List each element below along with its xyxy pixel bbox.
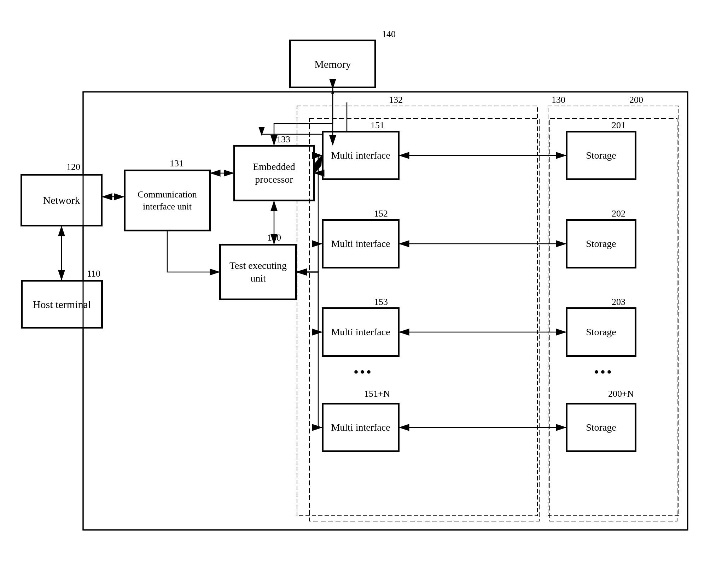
label-152: 152 — [374, 208, 388, 219]
dots-interfaces: ••• — [354, 364, 373, 380]
svg-line-7 — [262, 102, 347, 134]
label-151n: 151+N — [364, 389, 390, 399]
label-120: 120 — [66, 162, 80, 172]
storage-n-box: Storage — [566, 403, 636, 452]
host-terminal-box: Host terminal — [21, 280, 103, 329]
label-133: 133 — [276, 134, 290, 145]
multi-interface-n-box: Multi interface — [322, 403, 400, 452]
multi-interface-3-box: Multi interface — [322, 307, 400, 357]
label-130: 130 — [552, 95, 565, 105]
label-201: 201 — [612, 120, 625, 131]
memory-box: Memory — [289, 40, 376, 88]
comm-interface-box: Communication interface unit — [124, 170, 211, 231]
embedded-processor-box: Embedded processor — [233, 145, 315, 201]
storage-3-box: Storage — [566, 307, 636, 357]
label-200: 200 — [629, 95, 643, 105]
label-140: 140 — [382, 29, 396, 40]
test-executing-box: Test executing unit — [219, 244, 297, 300]
label-110: 110 — [87, 268, 100, 279]
label-151: 151 — [371, 120, 384, 131]
label-153: 153 — [374, 297, 388, 307]
label-132: 132 — [389, 95, 403, 105]
svg-line-22 — [315, 155, 322, 173]
multi-interface-1-box: Multi interface — [322, 131, 400, 180]
label-131: 131 — [170, 158, 184, 169]
label-200n: 200+N — [608, 389, 634, 399]
label-203: 203 — [612, 297, 625, 307]
label-202: 202 — [612, 208, 625, 219]
storage-1-box: Storage — [566, 131, 636, 180]
storage-2-box: Storage — [566, 219, 636, 268]
diagram-container: Memory 140 130 Network 120 Host terminal… — [14, 14, 714, 555]
multi-interface-2-box: Multi interface — [322, 219, 400, 268]
svg-marker-17 — [331, 88, 334, 94]
svg-line-23 — [315, 155, 322, 173]
label-160: 160 — [267, 232, 281, 243]
dots-storages: ••• — [594, 364, 613, 380]
network-box: Network — [21, 174, 103, 226]
